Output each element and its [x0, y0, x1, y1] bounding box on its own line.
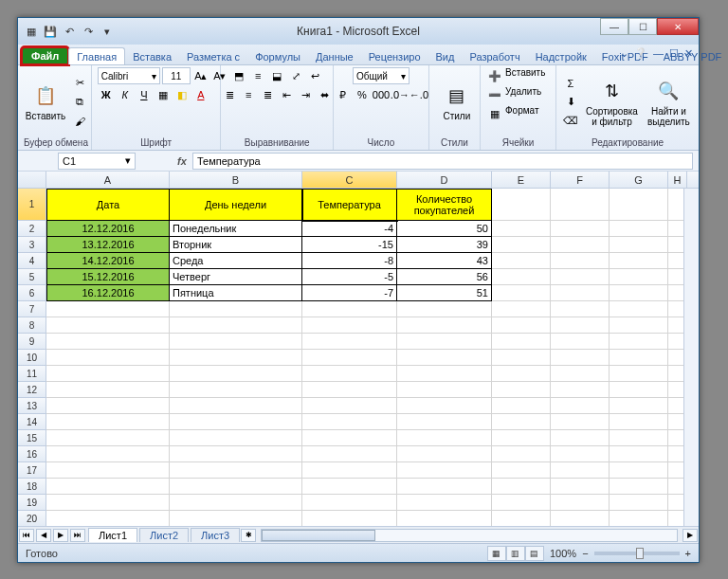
cells-delete-label[interactable]: Удалить [505, 86, 541, 103]
cell-14-C[interactable] [302, 414, 397, 430]
cell-1-F[interactable] [551, 189, 610, 221]
cell-buyers-2[interactable]: 50 [397, 221, 492, 237]
cell-19-D[interactable] [397, 495, 492, 511]
cell-temp-5[interactable]: -5 [302, 269, 397, 285]
close-button[interactable]: ✕ [657, 18, 699, 35]
tab-вид[interactable]: Вид [428, 48, 463, 64]
cell-17-A[interactable] [46, 462, 170, 479]
mdi-max-icon[interactable]: ☐ [669, 47, 679, 60]
row-header-16[interactable]: 16 [18, 446, 46, 462]
row-header-14[interactable]: 14 [18, 414, 46, 430]
maximize-button[interactable]: ☐ [628, 18, 657, 35]
sheet-tab-Лист3[interactable]: Лист3 [191, 528, 240, 542]
cell-18-A[interactable] [46, 479, 170, 495]
cell-14-D[interactable] [397, 414, 492, 430]
align-right-icon[interactable]: ≣ [259, 86, 276, 103]
save-icon[interactable]: 💾 [43, 24, 58, 39]
cell-5-G[interactable] [610, 269, 668, 285]
cell-12-B[interactable] [170, 382, 302, 398]
cell-date-5[interactable]: 15.12.2016 [46, 269, 170, 285]
cell-18-C[interactable] [302, 479, 397, 495]
fill-color-icon[interactable]: ◧ [173, 86, 191, 103]
cell-15-E[interactable] [492, 430, 551, 446]
cell-day-4[interactable]: Среда [170, 253, 302, 269]
cell-16-G[interactable] [610, 446, 668, 462]
mdi-close-icon[interactable]: ✕ [684, 47, 693, 60]
cells-format-label[interactable]: Формат [505, 105, 539, 122]
cell-10-E[interactable] [492, 350, 551, 366]
cell-buyers-6[interactable]: 51 [397, 285, 492, 301]
cell-3-F[interactable] [551, 237, 610, 253]
cell-4-E[interactable] [492, 253, 551, 269]
row-header-11[interactable]: 11 [18, 366, 46, 382]
cell-18-F[interactable] [551, 479, 610, 495]
help-icon[interactable]: ❔ [634, 47, 647, 60]
cell-15-G[interactable] [610, 430, 668, 446]
cell-10-B[interactable] [170, 350, 302, 366]
row-header-13[interactable]: 13 [18, 398, 46, 414]
row-header-1[interactable]: 1 [18, 189, 46, 221]
cell-1-G[interactable] [610, 189, 668, 221]
cell-1-E[interactable] [492, 189, 551, 221]
header-day[interactable]: День недели [170, 189, 302, 221]
cell-20-D[interactable] [397, 511, 492, 526]
cell-10-A[interactable] [46, 350, 170, 366]
row-header-10[interactable]: 10 [18, 350, 46, 366]
cell-11-C[interactable] [302, 366, 397, 382]
border-icon[interactable]: ▦ [155, 86, 172, 103]
wrap-text-icon[interactable]: ↩ [306, 67, 323, 84]
cell-14-F[interactable] [551, 414, 610, 430]
tab-nav-next-icon[interactable]: ▶ [53, 529, 68, 542]
cell-10-G[interactable] [610, 350, 668, 366]
col-header-C[interactable]: C [302, 172, 397, 188]
cell-9-G[interactable] [610, 334, 668, 350]
col-header-G[interactable]: G [610, 172, 668, 188]
cell-13-C[interactable] [302, 398, 397, 414]
cell-temp-6[interactable]: -7 [302, 285, 397, 301]
cell-16-B[interactable] [170, 446, 302, 462]
row-header-2[interactable]: 2 [18, 221, 46, 237]
cell-13-B[interactable] [170, 398, 302, 414]
number-format-select[interactable]: Общий▾ [353, 67, 410, 84]
cell-date-2[interactable]: 12.12.2016 [46, 221, 170, 237]
cell-4-G[interactable] [610, 253, 668, 269]
cell-5-F[interactable] [551, 269, 610, 285]
bold-icon[interactable]: Ж [98, 86, 115, 103]
indent-inc-icon[interactable]: ⇥ [297, 86, 314, 103]
view-layout-icon[interactable]: ▥ [506, 546, 525, 561]
cell-20-C[interactable] [302, 511, 397, 526]
cell-14-E[interactable] [492, 414, 551, 430]
sheet-tab-Лист2[interactable]: Лист2 [139, 528, 189, 542]
row-header-18[interactable]: 18 [18, 479, 46, 495]
fx-icon[interactable]: fx [172, 155, 192, 167]
cell-13-G[interactable] [610, 398, 668, 414]
col-header-H[interactable]: H [668, 172, 687, 188]
col-header-E[interactable]: E [492, 172, 551, 188]
col-header-A[interactable]: A [46, 172, 170, 188]
cell-8-A[interactable] [46, 317, 170, 334]
cell-buyers-3[interactable]: 39 [397, 237, 492, 253]
sheet-tab-Лист1[interactable]: Лист1 [88, 528, 137, 542]
sort-filter-button[interactable]: ⇅ Сортировка и фильтр [583, 76, 641, 129]
fill-icon[interactable]: ⬇ [562, 94, 579, 111]
cell-17-B[interactable] [170, 462, 302, 479]
cell-buyers-4[interactable]: 43 [397, 253, 492, 269]
cell-4-F[interactable] [551, 253, 610, 269]
cell-5-E[interactable] [492, 269, 551, 285]
cells-delete-icon[interactable]: ➖ [486, 86, 503, 103]
cell-10-D[interactable] [397, 350, 492, 366]
tab-nav-prev-icon[interactable]: ◀ [36, 529, 51, 542]
col-header-B[interactable]: B [170, 172, 302, 188]
tab-разработч[interactable]: Разработч [462, 48, 527, 64]
cell-11-D[interactable] [397, 366, 492, 382]
underline-icon[interactable]: Ч [136, 86, 153, 103]
cells-insert-label[interactable]: Вставить [505, 67, 545, 84]
undo-icon[interactable]: ↶ [62, 24, 77, 39]
cell-15-A[interactable] [46, 430, 170, 446]
cell-7-D[interactable] [397, 301, 492, 317]
cell-8-C[interactable] [302, 317, 397, 334]
dec-decimal-icon[interactable]: ←.0 [410, 86, 428, 103]
cell-2-G[interactable] [610, 221, 668, 237]
cut-icon[interactable]: ✂ [71, 75, 88, 92]
tab-главная[interactable]: Главная [68, 47, 125, 64]
